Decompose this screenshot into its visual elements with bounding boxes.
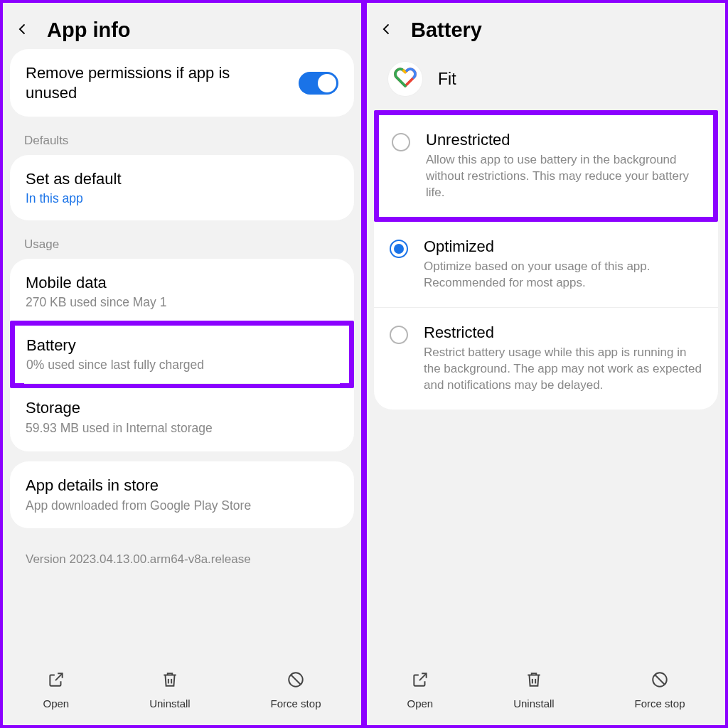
row-mobile-data[interactable]: Mobile data 270 KB used since May 1 bbox=[10, 259, 354, 325]
bottom-bar-right: Open Uninstall Force stop bbox=[367, 659, 725, 725]
set-as-default-link: In this app bbox=[26, 191, 338, 206]
uninstall-label: Uninstall bbox=[513, 697, 555, 710]
card-set-as-default[interactable]: Set as default In this app bbox=[10, 155, 354, 220]
uninstall-button[interactable]: Uninstall bbox=[149, 670, 191, 710]
unrestricted-title: Unrestricted bbox=[426, 131, 700, 149]
battery-title: Battery bbox=[26, 336, 338, 355]
header-left: App info bbox=[3, 3, 361, 49]
trash-icon bbox=[161, 670, 179, 692]
uninstall-label: Uninstall bbox=[149, 697, 191, 710]
radio-row-optimized[interactable]: Optimized Optimize based on your usage o… bbox=[374, 222, 718, 307]
google-fit-icon bbox=[388, 62, 422, 96]
card-battery-options: Unrestricted Allow this app to use batte… bbox=[374, 110, 718, 410]
mobile-data-sub: 270 KB used since May 1 bbox=[26, 294, 338, 311]
storage-title: Storage bbox=[26, 398, 338, 418]
content-right: Fit Unrestricted Allow this app to use b… bbox=[367, 49, 725, 659]
restricted-title: Restricted bbox=[424, 323, 702, 342]
highlight-unrestricted: Unrestricted Allow this app to use batte… bbox=[374, 110, 718, 222]
radio-row-unrestricted[interactable]: Unrestricted Allow this app to use batte… bbox=[379, 115, 713, 217]
page-title: App info bbox=[47, 18, 131, 42]
uninstall-button[interactable]: Uninstall bbox=[513, 670, 555, 710]
section-label-defaults: Defaults bbox=[10, 127, 354, 155]
app-details-sub: App downloaded from Google Play Store bbox=[26, 498, 338, 514]
radio-optimized[interactable] bbox=[390, 240, 408, 258]
row-storage[interactable]: Storage 59.93 MB used in Internal storag… bbox=[10, 384, 354, 450]
app-header: Fit bbox=[374, 49, 718, 110]
stop-icon bbox=[287, 670, 305, 692]
version-text: Version 2023.04.13.00.arm64-v8a.release bbox=[10, 538, 354, 581]
force-stop-button[interactable]: Force stop bbox=[635, 670, 685, 710]
open-icon bbox=[47, 670, 65, 692]
optimized-desc: Optimize based on your usage of this app… bbox=[424, 259, 702, 291]
card-remove-permissions[interactable]: Remove permissions if app is unused bbox=[10, 49, 354, 117]
toggle-label: Remove permissions if app is unused bbox=[26, 63, 246, 102]
radio-row-restricted[interactable]: Restricted Restrict battery usage while … bbox=[374, 307, 718, 410]
row-battery[interactable]: Battery 0% used since last fully charged bbox=[15, 326, 349, 383]
radio-unrestricted[interactable] bbox=[392, 133, 410, 151]
toggle-switch[interactable] bbox=[299, 72, 338, 95]
force-stop-button[interactable]: Force stop bbox=[271, 670, 321, 710]
header-right: Battery bbox=[367, 3, 725, 49]
optimized-title: Optimized bbox=[424, 237, 702, 256]
phone-left-app-info: App info Remove permissions if app is un… bbox=[0, 0, 364, 728]
content-left: Remove permissions if app is unused Defa… bbox=[3, 49, 361, 659]
app-details-title: App details in store bbox=[26, 476, 338, 496]
section-label-usage: Usage bbox=[10, 230, 354, 259]
mobile-data-title: Mobile data bbox=[26, 273, 338, 293]
restricted-desc: Restrict battery usage while this app is… bbox=[424, 345, 702, 394]
card-app-details[interactable]: App details in store App downloaded from… bbox=[10, 461, 354, 528]
open-icon bbox=[411, 670, 429, 692]
back-icon[interactable] bbox=[16, 21, 30, 41]
stop-icon bbox=[651, 670, 669, 692]
trash-icon bbox=[525, 670, 543, 692]
force-stop-label: Force stop bbox=[635, 697, 685, 710]
page-title: Battery bbox=[411, 18, 482, 42]
bottom-bar-left: Open Uninstall Force stop bbox=[3, 659, 361, 725]
open-label: Open bbox=[43, 697, 69, 710]
battery-sub: 0% used since last fully charged bbox=[26, 357, 338, 373]
open-label: Open bbox=[407, 697, 433, 710]
highlight-battery: Battery 0% used since last fully charged bbox=[10, 321, 354, 388]
back-icon[interactable] bbox=[380, 21, 394, 41]
phone-right-battery: Battery Fit Un bbox=[364, 0, 728, 728]
radio-restricted[interactable] bbox=[390, 326, 408, 344]
unrestricted-desc: Allow this app to use battery in the bac… bbox=[426, 152, 700, 201]
set-as-default-title: Set as default bbox=[26, 169, 338, 189]
force-stop-label: Force stop bbox=[271, 697, 321, 710]
open-button[interactable]: Open bbox=[407, 670, 433, 710]
app-name: Fit bbox=[438, 69, 456, 90]
open-button[interactable]: Open bbox=[43, 670, 69, 710]
storage-sub: 59.93 MB used in Internal storage bbox=[26, 420, 338, 437]
card-usage: Mobile data 270 KB used since May 1 Batt… bbox=[10, 259, 354, 452]
